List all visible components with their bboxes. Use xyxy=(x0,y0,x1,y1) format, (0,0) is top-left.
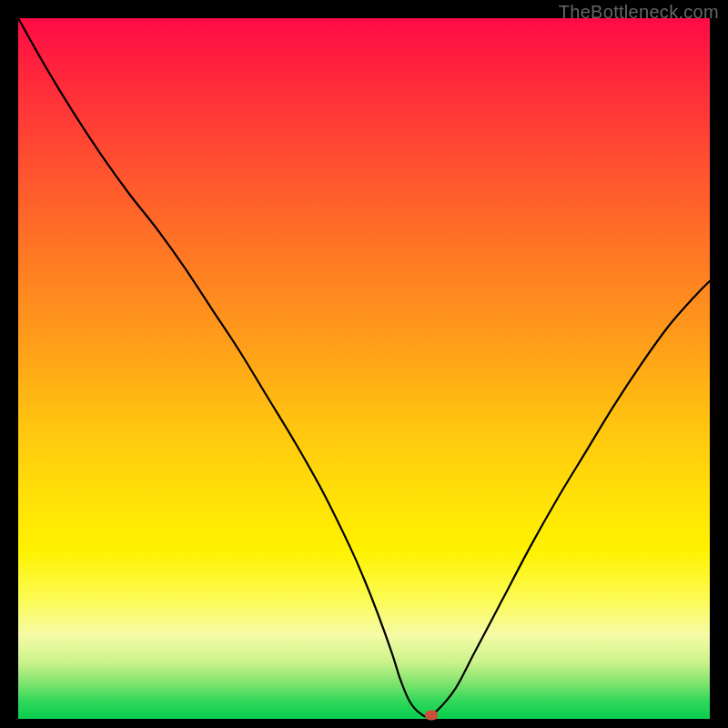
chart-root: TheBottleneck.com xyxy=(0,0,728,728)
plot-area xyxy=(18,18,710,719)
bottleneck-curve xyxy=(18,18,710,717)
curve-svg xyxy=(18,18,710,719)
selected-point-marker xyxy=(425,711,438,721)
watermark-text: TheBottleneck.com xyxy=(559,2,719,23)
